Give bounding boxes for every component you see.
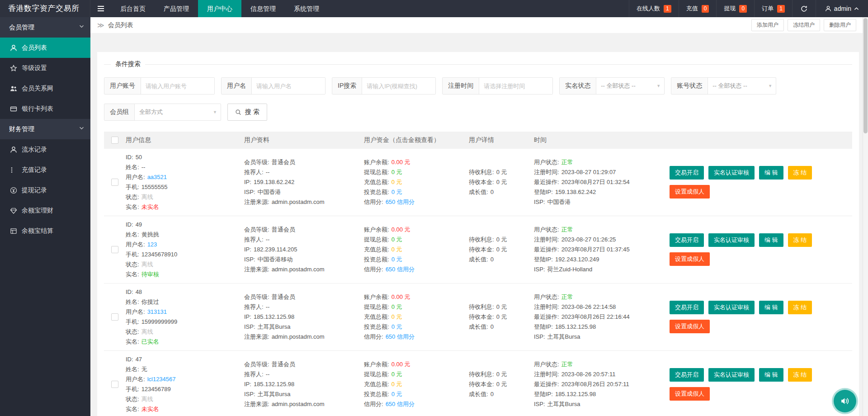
set-fake-button[interactable]: 设置成假人 bbox=[670, 320, 710, 333]
bankcard-icon bbox=[10, 105, 17, 113]
trade-open-button[interactable]: 交易开启 bbox=[670, 368, 704, 382]
user-phone: 12345678910 bbox=[142, 251, 178, 258]
credit-score[interactable]: 650 信用分 bbox=[386, 333, 415, 340]
username-link[interactable]: aa3521 bbox=[147, 174, 167, 180]
member-level: 普通会员 bbox=[272, 293, 295, 300]
nav-item-info[interactable]: 信息管理 bbox=[241, 0, 285, 17]
search-field-realname-status: 实名状态 -- 全部状态 -- ▼ bbox=[559, 77, 665, 95]
sidebar-item-withdraw-records[interactable]: 提现记录 bbox=[0, 180, 90, 200]
account-status-select[interactable]: -- 全部状态 -- ▼ bbox=[708, 78, 776, 94]
kyc-review-button[interactable]: 实名认证审核 bbox=[708, 166, 755, 180]
nav-item-system[interactable]: 系统管理 bbox=[285, 0, 328, 17]
col-user-funds: 用户资金（点击金额查看） bbox=[364, 136, 469, 144]
credit-score[interactable]: 650 信用分 bbox=[386, 266, 415, 273]
balance-amount[interactable]: 0.00 元 bbox=[392, 226, 410, 233]
invest-total[interactable]: 0 元 bbox=[392, 189, 402, 195]
sidebar-group-finance[interactable]: 财务管理 bbox=[0, 119, 90, 139]
row-checkbox[interactable] bbox=[111, 381, 118, 388]
scrollbar-thumb[interactable] bbox=[863, 18, 868, 133]
sidebar-item-yuebao-settle[interactable]: 余额宝结算 bbox=[0, 221, 90, 241]
search-button[interactable]: 搜 索 bbox=[227, 104, 267, 121]
row-checkbox[interactable] bbox=[111, 179, 118, 186]
freeze-button[interactable]: 冻 结 bbox=[788, 166, 812, 180]
credit-score[interactable]: 650 信用分 bbox=[386, 199, 415, 205]
edit-button[interactable]: 编 辑 bbox=[759, 301, 783, 314]
set-fake-button[interactable]: 设置成假人 bbox=[670, 185, 710, 199]
realname-status-select[interactable]: -- 全部状态 -- ▼ bbox=[596, 78, 664, 94]
trade-open-button[interactable]: 交易开启 bbox=[670, 233, 704, 247]
balance-amount[interactable]: 0.00 元 bbox=[392, 293, 410, 300]
invest-total[interactable]: 0 元 bbox=[392, 256, 402, 263]
set-fake-button[interactable]: 设置成假人 bbox=[670, 387, 710, 401]
admin-menu[interactable]: admin bbox=[816, 0, 868, 17]
sidebar-item-label: 余额宝结算 bbox=[22, 227, 53, 235]
row-checkbox[interactable] bbox=[111, 246, 118, 253]
edit-button[interactable]: 编 辑 bbox=[759, 166, 783, 180]
set-fake-button[interactable]: 设置成假人 bbox=[670, 252, 710, 266]
edit-button[interactable]: 编 辑 bbox=[759, 233, 783, 247]
invest-total[interactable]: 0 元 bbox=[392, 391, 402, 397]
balance-amount[interactable]: 0.00 元 bbox=[392, 361, 410, 368]
freeze-button[interactable]: 冻 结 bbox=[788, 233, 812, 247]
withdraw-total[interactable]: 0 元 bbox=[392, 303, 402, 310]
username-input[interactable] bbox=[252, 78, 325, 94]
account-input[interactable] bbox=[141, 78, 214, 94]
register-time-input[interactable] bbox=[479, 78, 552, 94]
credit-score[interactable]: 650 信用分 bbox=[386, 401, 415, 407]
recharge-total[interactable]: 0 元 bbox=[392, 381, 402, 388]
sidebar-item-bankcard-list[interactable]: 银行卡列表 bbox=[0, 99, 90, 119]
search-row-2: 会员组 全部方式 ▼ 搜 索 bbox=[104, 104, 852, 121]
stat-recharge[interactable]: 充值 0 bbox=[679, 0, 717, 17]
sidebar-group-member[interactable]: 会员管理 bbox=[0, 17, 90, 38]
sidebar-item-recharge-records[interactable]: 充值记录 bbox=[0, 160, 90, 180]
freeze-user-button[interactable]: 冻结用户 bbox=[788, 19, 820, 31]
add-user-button[interactable]: 添加用户 bbox=[751, 19, 784, 31]
freeze-button[interactable]: 冻 结 bbox=[788, 301, 812, 314]
sidebar-item-flow-records[interactable]: 流水记录 bbox=[0, 139, 90, 160]
kyc-review-button[interactable]: 实名认证审核 bbox=[708, 233, 755, 247]
withdraw-total[interactable]: 0 元 bbox=[392, 236, 402, 243]
recharge-total[interactable]: 0 元 bbox=[392, 246, 402, 253]
user-funds-cell: 账户余额:0.00 元 提现总额:0 元 充值总额:0 元 投资总额:0 元 信… bbox=[364, 359, 469, 409]
withdraw-total[interactable]: 0 元 bbox=[392, 371, 402, 378]
freeze-button[interactable]: 冻 结 bbox=[788, 368, 812, 382]
username-link[interactable]: 313131 bbox=[147, 308, 167, 315]
voice-broadcast-button[interactable] bbox=[834, 390, 856, 412]
sidebar-item-yuebao-invest[interactable]: 余额宝理财 bbox=[0, 200, 90, 221]
stat-withdraw[interactable]: 提现 0 bbox=[716, 0, 754, 17]
refresh-icon[interactable] bbox=[792, 0, 816, 17]
kyc-review-button[interactable]: 实名认证审核 bbox=[708, 301, 755, 314]
pending-principal: 0 元 bbox=[496, 381, 507, 388]
sidebar-item-level-settings[interactable]: 等级设置 bbox=[0, 58, 90, 78]
field-label: 注册时间 bbox=[443, 78, 479, 94]
login-isp: 土耳其Bursa bbox=[547, 401, 580, 407]
member-group-select[interactable]: 全部方式 ▼ bbox=[135, 104, 221, 120]
nav-item-user-center[interactable]: 用户中心 bbox=[198, 0, 241, 17]
table-row: ID:48 姓名:你摸过 用户名:313131 手机:15999999999 状… bbox=[104, 284, 852, 351]
nav-item-dashboard[interactable]: 后台首页 bbox=[111, 0, 155, 17]
delete-user-button[interactable]: 删除用户 bbox=[824, 19, 856, 31]
pending-principal: 0 元 bbox=[496, 179, 507, 185]
stat-orders[interactable]: 订单 1 bbox=[754, 0, 792, 17]
recharge-total[interactable]: 0 元 bbox=[392, 313, 402, 320]
withdraw-total[interactable]: 0 元 bbox=[392, 169, 402, 175]
search-field-account: 用户账号 bbox=[104, 77, 215, 95]
stat-online[interactable]: 在线人数 1 bbox=[629, 0, 679, 17]
recharge-total[interactable]: 0 元 bbox=[392, 179, 402, 185]
trade-open-button[interactable]: 交易开启 bbox=[670, 301, 704, 314]
vertical-scrollbar[interactable] bbox=[863, 17, 868, 416]
trade-open-button[interactable]: 交易开启 bbox=[670, 166, 704, 180]
ip-search-input[interactable] bbox=[362, 78, 435, 94]
balance-amount[interactable]: 0.00 元 bbox=[392, 159, 410, 165]
nav-item-products[interactable]: 产品管理 bbox=[155, 0, 198, 17]
username-link[interactable]: 123 bbox=[147, 241, 157, 248]
sidebar-item-member-network[interactable]: 会员关系网 bbox=[0, 78, 90, 99]
invest-total[interactable]: 0 元 bbox=[392, 323, 402, 330]
hamburger-menu-icon[interactable] bbox=[90, 0, 111, 17]
edit-button[interactable]: 编 辑 bbox=[759, 368, 783, 382]
row-checkbox[interactable] bbox=[111, 313, 118, 321]
sidebar-item-member-list[interactable]: 会员列表 bbox=[0, 38, 90, 58]
kyc-review-button[interactable]: 实名认证审核 bbox=[708, 368, 755, 382]
username-link[interactable]: lcl1234567 bbox=[147, 376, 176, 383]
select-all-checkbox[interactable] bbox=[111, 137, 118, 144]
